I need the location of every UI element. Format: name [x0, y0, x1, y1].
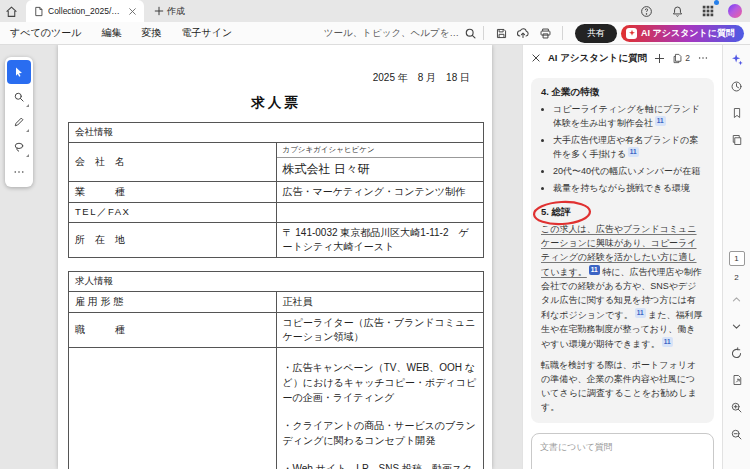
job-info-table: 求人情報 雇 用 形 態 正社員 職 種 コピーライター（広告・ブランドコミュニ… [68, 271, 484, 469]
menu-convert[interactable]: 変換 [131, 22, 171, 44]
position-label: 職 種 [69, 313, 277, 348]
rotate-page-icon[interactable] [729, 345, 745, 361]
notifications-bell-icon[interactable] [668, 2, 686, 20]
ai-panel-header: AI アシスタントに質問 2 [523, 45, 722, 71]
overflow-menu-icon[interactable] [697, 52, 709, 64]
page-thumbnails-icon[interactable] [729, 132, 745, 148]
zoom-out-icon[interactable] [729, 426, 745, 442]
pages-icon [672, 53, 683, 64]
citation-badge-active[interactable]: 11 [589, 265, 600, 275]
more-dots-icon [13, 166, 25, 178]
more-tools-button[interactable] [7, 160, 31, 184]
flyout-indicator [26, 154, 29, 157]
company-section-header: 会社情報 [69, 123, 484, 143]
menu-esign[interactable]: 電子サイン [171, 22, 242, 44]
address-value: 〒 141-0032 東京都品川区大崎1-11-2 ゲートシティ大崎イースト [276, 223, 484, 258]
feature-item: 裁量を持ちながら挑戦できる環境 [553, 182, 704, 195]
tel-fax-value [276, 203, 484, 223]
tab-bar: Collection_2025/09/02... 作成 [0, 0, 750, 22]
company-info-table: 会社情報 会 社 名 カブシキガイシャヒビケン 株式会社 日々研 業 種 広告・… [68, 122, 484, 258]
pdf-page[interactable]: 2025 年 8 月 18 日 求人票 会社情報 会 社 名 カブシキガイシャヒ… [58, 45, 492, 469]
table-row: 所 在 地 〒 141-0032 東京都品川区大崎1-11-2 ゲートシティ大崎… [69, 223, 484, 258]
create-tab-button[interactable]: 作成 [144, 5, 195, 18]
company-name-label: 会 社 名 [69, 143, 277, 182]
table-row: 求人情報 [69, 272, 484, 292]
zoom-tool-button[interactable] [7, 85, 31, 109]
home-icon [5, 5, 18, 18]
share-button[interactable]: 共有 [575, 24, 617, 43]
upload-cloud-icon[interactable] [514, 24, 532, 42]
feature-item: 大手広告代理店や有名ブランドの案件を多く手掛ける11 [553, 134, 704, 161]
divider [483, 26, 484, 40]
table-row: 職 種 コピーライター（広告・ブランドコミュニケーション領域） [69, 313, 484, 348]
features-list: コピーライティングを軸にブランド体験を生み出す制作会社11 大手広告代理店や有名… [541, 103, 704, 195]
close-icon[interactable] [531, 53, 541, 63]
draw-tool-button[interactable] [7, 110, 31, 134]
address-label: 所 在 地 [69, 223, 277, 258]
job-section-header: 求人情報 [69, 272, 484, 292]
flyout-indicator [26, 104, 29, 107]
duties-cell: ・広告キャンペーン（TV、WEB、OOH など）におけるキャッチコピー・ボディコ… [276, 348, 484, 469]
attachment-count: 2 [685, 53, 690, 63]
ai-button-label: AI アシスタントに質問 [641, 27, 735, 40]
print-icon[interactable] [536, 24, 554, 42]
tab-close-icon[interactable] [128, 7, 137, 16]
lasso-icon [13, 141, 25, 153]
feature-item: コピーライティングを軸にブランド体験を生み出す制作会社11 [553, 103, 704, 130]
search-placeholder: ツール、トピック、ヘルプを… [324, 27, 459, 40]
select-tool-button[interactable] [7, 60, 31, 84]
apps-grid-icon[interactable] [699, 2, 717, 20]
company-name-cell: カブシキガイシャヒビケン 株式会社 日々研 [276, 143, 484, 182]
search-icon [464, 27, 477, 40]
table-row: 会社情報 [69, 123, 484, 143]
table-row: TEL／FAX [69, 203, 484, 223]
ai-assistant-rail-icon[interactable] [729, 51, 745, 67]
system-icons [635, 2, 742, 20]
document-tab[interactable]: Collection_2025/09/02... [26, 0, 144, 22]
tel-fax-label: TEL／FAX [69, 203, 277, 223]
zoom-in-icon[interactable] [729, 399, 745, 415]
current-page-indicator[interactable]: 1 [729, 251, 745, 266]
ai-question-input[interactable] [532, 434, 713, 469]
citation-badge[interactable]: 11 [635, 308, 646, 318]
new-chat-plus-icon[interactable] [654, 53, 665, 64]
attached-documents-button[interactable]: 2 [672, 53, 690, 64]
home-button[interactable] [0, 0, 22, 22]
ai-assistant-button[interactable]: AI アシスタントに質問 [621, 25, 744, 42]
summary-heading: 5. 総評 [541, 206, 571, 219]
duty-item: ・クライアントの商品・サービスのブランディングに関わるコンセプト開発 [283, 418, 478, 448]
citation-badge[interactable]: 11 [662, 337, 673, 347]
industry-value: 広告・マーケティング・コンテンツ制作 [276, 182, 484, 203]
page-up-chevron-icon[interactable] [729, 291, 745, 307]
ai-sparkle-icon [626, 28, 637, 39]
employment-type-label: 雇 用 形 態 [69, 292, 277, 313]
company-name-furigana: カブシキガイシャヒビケン [277, 145, 484, 158]
menu-all-tools[interactable]: すべてのツール [0, 22, 91, 44]
document-viewer: 2025 年 8 月 18 日 求人票 会社情報 会 社 名 カブシキガイシャヒ… [0, 45, 522, 469]
export-page-icon[interactable] [729, 372, 745, 388]
citation-badge[interactable]: 11 [628, 147, 639, 157]
ai-response-card: 4. 企業の特徴 コピーライティングを軸にブランド体験を生み出す制作会社11 大… [531, 78, 714, 423]
document-title: 求人票 [68, 94, 484, 112]
magnifier-icon [13, 91, 25, 103]
tool-palette [5, 57, 33, 187]
save-icon[interactable] [492, 24, 510, 42]
next-page-number[interactable]: 2 [734, 273, 738, 282]
history-clock-icon[interactable] [729, 78, 745, 94]
help-icon[interactable] [637, 2, 655, 20]
cursor-icon [13, 66, 25, 78]
citation-badge[interactable]: 11 [655, 116, 666, 126]
file-icon [33, 6, 44, 17]
bookmark-icon[interactable] [729, 105, 745, 121]
page-down-chevron-icon[interactable] [729, 318, 745, 334]
toolbar-search[interactable]: ツール、トピック、ヘルプを… [324, 27, 477, 40]
notification-dot [714, 0, 719, 5]
position-value: コピーライター（広告・ブランドコミュニケーション領域） [276, 313, 484, 348]
document-date: 2025 年 8 月 18 日 [68, 71, 484, 85]
menu-edit[interactable]: 編集 [91, 22, 131, 44]
table-row: 雇 用 形 態 正社員 [69, 292, 484, 313]
menu-bar: すべてのツール 編集 変換 電子サイン ツール、トピック、ヘルプを… 共有 AI… [0, 22, 750, 45]
lasso-tool-button[interactable] [7, 135, 31, 159]
avatar[interactable] [728, 4, 742, 18]
summary-paragraph-1: この求人は、広告やブランドコミュニケーションに興味があり、コピーライティングの経… [541, 223, 704, 351]
